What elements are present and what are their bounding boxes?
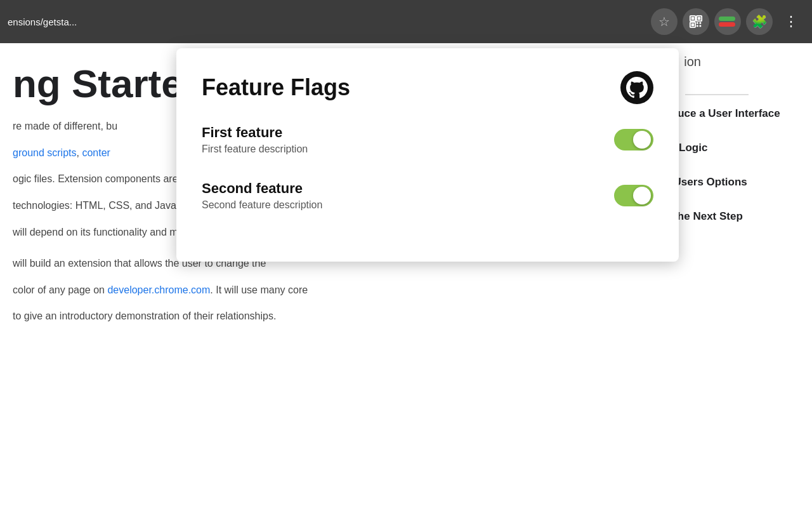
feature-2-toggle[interactable] <box>614 185 653 206</box>
feature-1-name: First feature <box>202 124 614 141</box>
feature-2-info: Second feature Second feature descriptio… <box>202 180 614 211</box>
address-text: ensions/getsta... <box>8 17 77 27</box>
body-text-6: color of any page on <box>13 284 107 295</box>
extensions-button[interactable]: 🧩 <box>746 8 773 35</box>
qr-icon <box>689 15 703 29</box>
chrome-dev-link[interactable]: developer.chrome.com <box>107 284 210 295</box>
github-icon[interactable] <box>620 71 653 104</box>
more-icon: ⋮ <box>784 13 799 30</box>
svg-rect-9 <box>700 25 702 27</box>
qr-code-button[interactable] <box>683 8 709 35</box>
body-text-8: to give an introductory demonstration of… <box>13 311 276 321</box>
body-text-7: . It will use many core <box>210 284 308 295</box>
popup-header: Feature Flags <box>202 71 653 104</box>
address-bar-area: ensions/getsta... <box>8 17 646 27</box>
browser-chrome: ensions/getsta... ☆ 🧩 ⋮ <box>0 0 812 43</box>
feature-flags-popup: Feature Flags First feature First featur… <box>176 48 679 262</box>
svg-rect-6 <box>697 22 698 24</box>
popup-title: Feature Flags <box>202 74 350 101</box>
feature-2-thumb <box>633 187 651 204</box>
star-icon: ☆ <box>658 14 670 29</box>
feature-1-toggle[interactable] <box>614 129 653 150</box>
feature-2-name: Second feature <box>202 180 614 197</box>
puzzle-icon: 🧩 <box>752 14 768 29</box>
partial-text: ion <box>684 55 701 69</box>
feature-row-1: First feature First feature description <box>202 124 653 157</box>
more-options-button[interactable]: ⋮ <box>778 8 804 35</box>
svg-rect-5 <box>691 23 695 27</box>
svg-rect-1 <box>691 17 695 20</box>
svg-rect-8 <box>697 25 698 27</box>
article-body-8: to give an introductory demonstration of… <box>13 308 539 324</box>
feature-2-description: Second feature description <box>202 199 614 211</box>
github-logo-icon <box>626 77 648 98</box>
decorative-line <box>685 94 749 95</box>
svg-rect-3 <box>698 17 701 20</box>
feature-1-info: First feature First feature description <box>202 124 614 155</box>
feature-1-description: First feature description <box>202 144 614 155</box>
content-link[interactable]: conter <box>82 147 110 158</box>
body-text-1: re made of different, bu <box>13 121 117 131</box>
article-body-7: color of any page on developer.chrome.co… <box>13 282 539 298</box>
toggle-extension-button[interactable] <box>714 8 741 35</box>
svg-rect-7 <box>700 22 702 24</box>
feature-1-thumb <box>633 131 651 149</box>
feature-row-2: Second feature Second feature descriptio… <box>202 180 653 213</box>
star-button[interactable]: ☆ <box>651 8 678 35</box>
toggle-extension-icon <box>719 17 737 27</box>
background-scripts-link[interactable]: ground scripts <box>13 147 77 158</box>
